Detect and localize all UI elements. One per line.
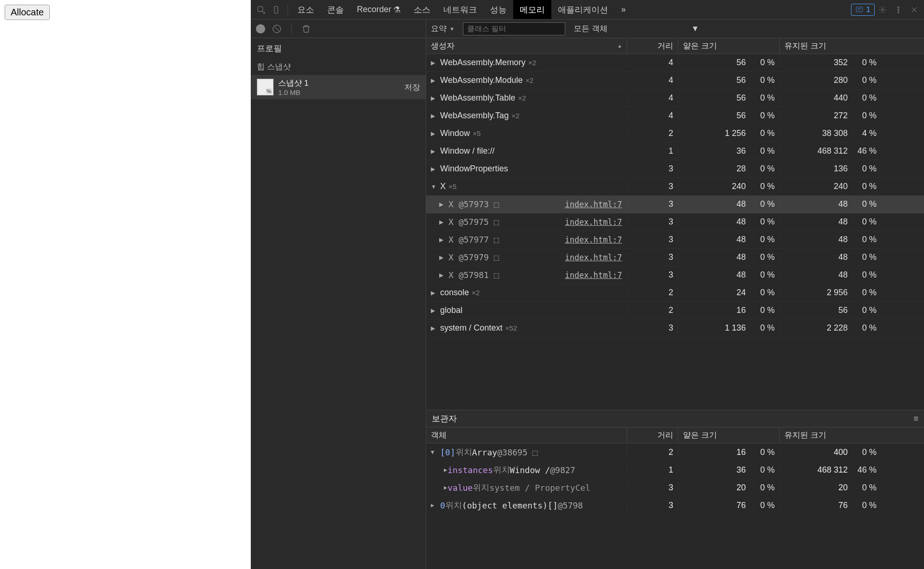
expand-icon[interactable]: ▶: [439, 201, 445, 208]
delete-icon[interactable]: [300, 23, 312, 35]
snapshot-icon: [257, 79, 274, 95]
retainer-row[interactable]: ▶value 위치 system / PropertyCel3200 %200 …: [426, 479, 924, 496]
clear-icon[interactable]: [271, 23, 283, 35]
heap-row[interactable]: ▶global2160 %560 %: [426, 302, 924, 319]
header-shallow[interactable]: 얕은 크기: [678, 38, 780, 54]
expand-icon[interactable]: ▶: [431, 77, 436, 84]
distance-cell: 3: [627, 252, 678, 262]
expand-icon[interactable]: ▶: [439, 254, 445, 261]
distance-cell: 3: [627, 217, 678, 227]
expand-icon[interactable]: ▶: [431, 60, 436, 66]
record-icon[interactable]: [256, 24, 265, 34]
heap-row[interactable]: ▶X @57981 ⬚index.html:73480 %480 %: [426, 266, 924, 284]
shallow-cell: 280 %: [678, 164, 780, 174]
tab-console[interactable]: 콘솔: [321, 0, 350, 19]
source-link[interactable]: index.html:7: [565, 217, 622, 227]
tab-application[interactable]: 애플리케이션: [551, 0, 615, 19]
retainers-title: 보관자: [432, 413, 457, 424]
heap-row[interactable]: ▶WebAssembly.Module×24560 %2800 %: [426, 72, 924, 89]
view-dropdown[interactable]: 요약 ▼: [431, 23, 455, 34]
heap-row[interactable]: ▶Window / file://1360 %468 31246 %: [426, 142, 924, 160]
svg-point-5: [898, 9, 899, 10]
tab-more[interactable]: »: [615, 0, 632, 19]
expand-icon[interactable]: ▶: [439, 272, 445, 278]
expand-icon[interactable]: ▶: [431, 307, 436, 314]
heap-row[interactable]: ▶X @57979 ⬚index.html:73480 %480 %: [426, 249, 924, 266]
expand-icon[interactable]: ▶: [431, 95, 436, 102]
retainer-row[interactable]: ▶instances 위치 Window / @98271360 %468 31…: [426, 461, 924, 479]
object-filter-dropdown[interactable]: 모든 객체 ▼: [574, 23, 699, 34]
class-filter-input[interactable]: [463, 22, 565, 35]
header-object[interactable]: 객체: [426, 427, 627, 443]
shallow-cell: 160 %: [678, 447, 780, 457]
source-link[interactable]: index.html:7: [565, 253, 622, 262]
issues-badge[interactable]: 1: [851, 4, 875, 16]
shallow-cell: 480 %: [678, 252, 780, 262]
shallow-cell: 360 %: [678, 465, 780, 475]
settings-icon[interactable]: [875, 2, 891, 18]
shallow-cell: 560 %: [678, 111, 780, 121]
heap-row[interactable]: ▶WindowProperties3280 %1360 %: [426, 160, 924, 178]
header-distance[interactable]: 거리: [627, 38, 678, 54]
expand-icon[interactable]: ▶: [431, 113, 436, 119]
expand-icon[interactable]: ▶: [431, 325, 436, 332]
source-link[interactable]: index.html:7: [565, 271, 622, 280]
retainer-row[interactable]: ▶0 위치 (object elements)[] @57983760 %760…: [426, 496, 924, 514]
tab-sources[interactable]: 소스: [407, 0, 437, 19]
expand-icon[interactable]: ▶: [431, 484, 444, 491]
profiles-toolbar: [251, 20, 426, 38]
header-constructor[interactable]: 생성자: [426, 38, 627, 54]
heap-row[interactable]: ▶Window×521 2560 %38 3084 %: [426, 125, 924, 142]
expand-icon[interactable]: ▶: [431, 502, 436, 508]
header-distance-ret[interactable]: 거리: [627, 427, 678, 443]
header-shallow-ret[interactable]: 얕은 크기: [678, 427, 780, 443]
expand-icon[interactable]: ▶: [431, 148, 436, 155]
tab-performance[interactable]: 성능: [483, 0, 513, 19]
tab-elements[interactable]: 요소: [291, 0, 321, 19]
tab-memory[interactable]: 메모리: [513, 0, 551, 19]
tab-network[interactable]: 네트워크: [437, 0, 483, 19]
header-retained-ret[interactable]: 유지된 크기: [780, 427, 881, 443]
retainer-row[interactable]: ▼[0] 위치 Array @38695 ⬚2160 %4000 %: [426, 443, 924, 461]
constructor-cell: ▶WebAssembly.Module×2: [426, 75, 627, 85]
source-link[interactable]: index.html:7: [565, 200, 622, 209]
expand-icon[interactable]: ▶: [431, 290, 436, 296]
distance-cell: 1: [627, 465, 678, 475]
heap-row[interactable]: ▶WebAssembly.Tag×24560 %2720 %: [426, 107, 924, 125]
snapshot-name: 스냅샷 1: [278, 78, 404, 88]
heap-row[interactable]: ▶X @57973 ⬚index.html:73480 %480 %: [426, 196, 924, 213]
expand-icon[interactable]: ▶: [439, 219, 445, 225]
heap-row[interactable]: ▼X×532400 %2400 %: [426, 178, 924, 196]
heap-row[interactable]: ▶WebAssembly.Table×24560 %4400 %: [426, 89, 924, 107]
heap-row[interactable]: ▶X @57975 ⬚index.html:73480 %480 %: [426, 213, 924, 231]
retainers-table-body[interactable]: ▼[0] 위치 Array @38695 ⬚2160 %4000 %▶insta…: [426, 443, 924, 569]
snapshot-save-button[interactable]: 저장: [404, 82, 420, 93]
allocate-button[interactable]: Allocate: [5, 5, 50, 20]
retained-cell: 560 %: [780, 305, 881, 315]
constructor-cell: ▶WebAssembly.Tag×2: [426, 111, 627, 121]
heap-row[interactable]: ▶system / Context×5231 1360 %2 2280 %: [426, 319, 924, 337]
expand-icon[interactable]: ▶: [431, 166, 436, 172]
expand-icon[interactable]: ▼: [431, 449, 436, 455]
retainers-menu-icon[interactable]: ≡: [913, 414, 918, 424]
heap-row[interactable]: ▶console×22240 %2 9560 %: [426, 284, 924, 302]
heap-table-body[interactable]: ▶WebAssembly.Memory×24560 %3520 %▶WebAss…: [426, 54, 924, 410]
more-menu-icon[interactable]: [891, 2, 906, 18]
retained-cell: 200 %: [780, 483, 881, 493]
heap-row[interactable]: ▶X @57977 ⬚index.html:73480 %480 %: [426, 231, 924, 249]
expand-icon[interactable]: ▶: [431, 467, 444, 473]
snapshot-item[interactable]: 스냅샷 1 1.0 MB 저장: [251, 75, 426, 99]
close-devtools-icon[interactable]: [906, 2, 922, 18]
expand-icon[interactable]: ▶: [439, 237, 445, 243]
shallow-cell: 560 %: [678, 75, 780, 85]
expand-icon[interactable]: ▼: [431, 183, 436, 190]
header-retained[interactable]: 유지된 크기: [780, 38, 881, 54]
inspect-element-icon[interactable]: [253, 2, 269, 18]
heap-row[interactable]: ▶WebAssembly.Memory×24560 %3520 %: [426, 54, 924, 72]
shallow-cell: 2400 %: [678, 182, 780, 191]
toggle-device-icon[interactable]: [269, 2, 285, 18]
source-link[interactable]: index.html:7: [565, 235, 622, 244]
tab-recorder[interactable]: Recorder⚗: [350, 0, 407, 19]
svg-rect-1: [275, 6, 278, 13]
expand-icon[interactable]: ▶: [431, 130, 436, 137]
